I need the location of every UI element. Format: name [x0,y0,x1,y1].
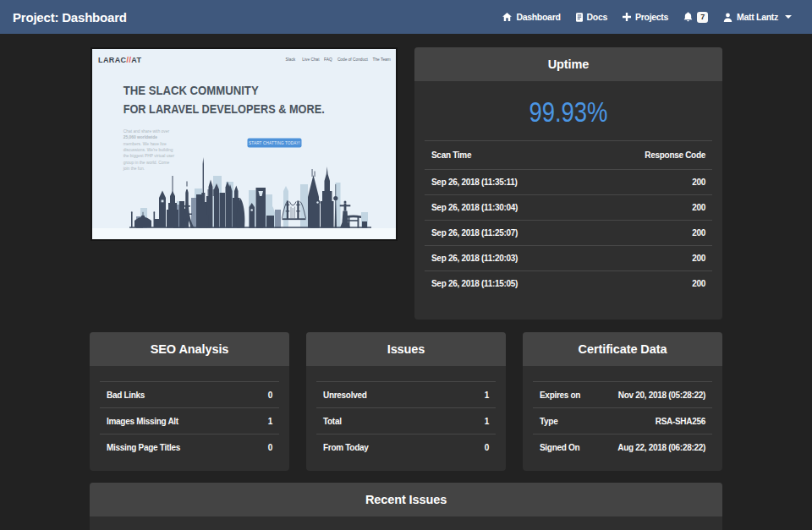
table-row: Total1 [316,408,496,434]
user-icon [723,13,732,22]
row-label: Signed On [533,434,595,461]
table-row: Missing Page Titles0 [100,434,279,461]
row-value: 1 [453,408,496,434]
uptime-percentage: 99.93% [425,91,712,132]
table-row: Images Missing Alt1 [100,408,279,434]
bell-icon [683,12,693,22]
site-screenshot[interactable]: LARAC//AT Slack Live Chat FAQ Code of Co… [92,49,396,239]
table-row: Sep 26, 2018 (11:15:05)200 [425,271,712,297]
svg-text:99.93%: 99.93% [529,96,608,128]
row-value: 1 [249,408,279,434]
row-value: Nov 20, 2018 (05:28:22) [595,382,712,408]
row-label: Expires on [533,382,595,408]
certificate-table-body: Expires onNov 20, 2018 (05:28:22)TypeRSA… [533,382,712,461]
table-row: Unresolved1 [316,382,496,408]
certificate-table: Expires onNov 20, 2018 (05:28:22)TypeRSA… [533,381,712,461]
svg-text:members. We have live: members. We have live [123,142,167,146]
svg-text:the biggest PHP virtual user: the biggest PHP virtual user [123,154,175,158]
table-row: Sep 26, 2018 (11:20:03)200 [425,246,712,271]
svg-text:25,060 worldwide: 25,060 worldwide [123,135,158,139]
site-nav-slack: Slack [286,57,296,62]
row-value: 200 [590,170,712,195]
row-value: 200 [590,271,712,297]
table-row: From Today0 [316,434,496,461]
table-row: TypeRSA-SHA256 [533,408,712,434]
issues-card: Issues Unresolved1Total1From Today0 [306,332,506,471]
uptime-card-body: 99.93% Scan Time Response Code Sep 26, 2… [414,81,722,307]
row-label: Total [316,408,453,434]
nav-notifications[interactable]: 7 [683,12,708,23]
certificate-card: Certificate Data Expires onNov 20, 2018 … [523,332,722,471]
nav-docs[interactable]: Docs [576,12,607,22]
row-label: Unresolved [316,382,453,408]
row-label: Images Missing Alt [100,408,249,434]
seo-table-body: Bad Links0Images Missing Alt1Missing Pag… [100,382,279,461]
row-value: 0 [249,382,279,408]
site-nav-team: The Team [373,57,391,62]
site-nav-conduct: Code of Conduct [337,57,369,62]
row-value: 200 [590,221,712,246]
row-value: 0 [453,434,496,461]
notification-badge: 7 [697,12,708,23]
site-nav-faq: FAQ [324,57,332,62]
recent-issues-header: Recent Issues [90,483,722,516]
seo-card: SEO Analysis Bad Links0Images Missing Al… [90,332,289,471]
row-label: Sep 26, 2018 (11:35:11) [425,170,590,195]
uptime-card: Uptime 99.93% Scan Time Response Code Se… [414,47,722,320]
svg-text:discussions. We're building: discussions. We're building [123,148,173,152]
site-nav-livechat: Live Chat [302,57,320,62]
navbar: Project: Dashboard Dashboard Docs Projec… [0,0,812,34]
uptime-table: Scan Time Response Code Sep 26, 2018 (11… [425,140,712,297]
plus-icon [623,13,631,21]
svg-text:join the fun.: join the fun. [123,167,145,171]
book-icon [576,13,583,22]
recent-issues-card: Recent Issues [90,483,722,530]
uptime-card-header: Uptime [414,47,722,81]
nav-projects[interactable]: Projects [623,12,668,22]
svg-text:Chat and share with over: Chat and share with over [123,129,170,134]
row-value: Aug 22, 2018 (06:28:22) [595,434,712,461]
svg-text:START CHATTING TODAY!: START CHATTING TODAY! [249,141,300,145]
issues-table: Unresolved1Total1From Today0 [316,381,496,461]
issues-table-body: Unresolved1Total1From Today0 [316,382,496,461]
home-icon [502,13,512,21]
seo-card-header: SEO Analysis [90,332,289,366]
table-row: Sep 26, 2018 (11:35:11)200 [425,170,712,195]
uptime-table-body: Sep 26, 2018 (11:35:11)200Sep 26, 2018 (… [425,170,712,297]
table-row: Sep 26, 2018 (11:30:04)200 [425,195,712,221]
row-value: 200 [590,195,712,221]
site-footer-strip [92,228,396,239]
row-label: Missing Page Titles [100,434,249,461]
row-label: Sep 26, 2018 (11:25:07) [425,221,590,246]
site-heading-line2: FOR LARAVEL DEVELOPERS & MORE. [123,102,325,116]
row-label: Sep 26, 2018 (11:30:04) [425,195,590,221]
row-value: RSA-SHA256 [595,408,712,434]
issues-card-header: Issues [306,332,506,366]
row-label: Type [533,408,595,434]
navbar-menu: Dashboard Docs Projects 7 Matt Lantz [502,0,792,34]
row-label: Sep 26, 2018 (11:20:03) [425,246,590,271]
site-cta-button[interactable]: START CHATTING TODAY! [248,139,302,148]
row-value: 0 [249,434,279,461]
table-row: Bad Links0 [100,382,279,408]
navbar-brand[interactable]: Project: Dashboard [13,10,127,25]
nav-docs-label: Docs [587,12,607,22]
user-name: Matt Lantz [737,12,778,22]
chevron-down-icon [785,15,792,19]
nav-projects-label: Projects [635,12,668,22]
site-heading-line1: THE SLACK COMMUNITY [123,84,259,97]
row-label: Bad Links [100,382,249,408]
uptime-col-scan-time: Scan Time [425,141,590,170]
row-label: From Today [316,434,453,461]
seo-table: Bad Links0Images Missing Alt1Missing Pag… [100,381,279,461]
table-row: Expires onNov 20, 2018 (05:28:22) [533,382,712,408]
site-logo: LARAC//AT [98,56,142,64]
certificate-card-header: Certificate Data [523,332,722,366]
row-label: Sep 26, 2018 (11:15:05) [425,271,590,297]
nav-user-menu[interactable]: Matt Lantz [723,12,792,22]
nav-dashboard[interactable]: Dashboard [502,12,560,22]
svg-text:group in the world. Come: group in the world. Come [123,161,170,165]
uptime-col-response-code: Response Code [590,141,712,170]
row-value: 1 [453,382,496,408]
table-row: Sep 26, 2018 (11:25:07)200 [425,221,712,246]
